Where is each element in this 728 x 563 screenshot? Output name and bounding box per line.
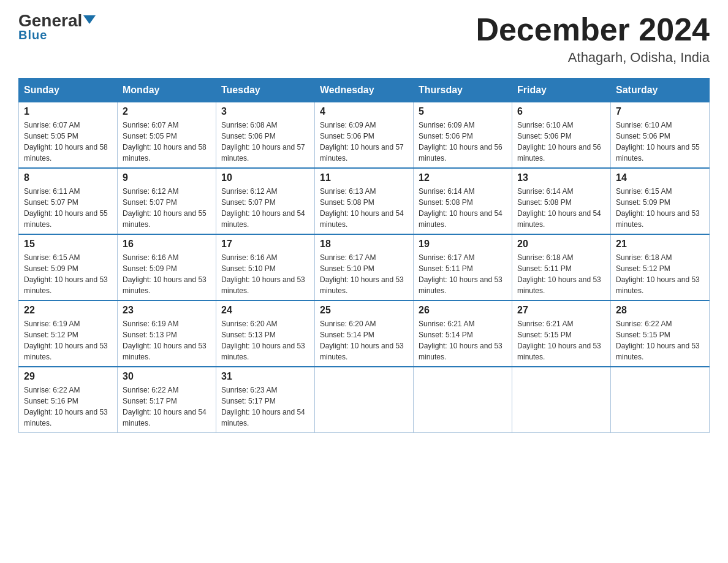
calendar-cell: 30 Sunrise: 6:22 AMSunset: 5:17 PMDaylig… [118,367,216,433]
day-info: Sunrise: 6:16 AMSunset: 5:10 PMDaylight:… [221,253,305,295]
col-header-tuesday: Tuesday [216,79,315,102]
day-number: 28 [616,305,704,316]
day-info: Sunrise: 6:12 AMSunset: 5:07 PMDaylight:… [123,187,207,229]
day-number: 26 [419,305,507,316]
day-info: Sunrise: 6:14 AMSunset: 5:08 PMDaylight:… [419,187,502,229]
day-info: Sunrise: 6:09 AMSunset: 5:06 PMDaylight:… [419,121,502,163]
day-info: Sunrise: 6:17 AMSunset: 5:10 PMDaylight:… [320,253,404,295]
day-number: 8 [24,172,112,183]
month-title: December 2024 [476,12,710,47]
day-number: 31 [221,371,309,382]
calendar-cell: 24 Sunrise: 6:20 AMSunset: 5:13 PMDaylig… [216,301,315,367]
day-number: 10 [221,172,309,183]
col-header-monday: Monday [118,79,216,102]
day-info: Sunrise: 6:14 AMSunset: 5:08 PMDaylight:… [517,187,601,229]
calendar-week-row: 8 Sunrise: 6:11 AMSunset: 5:07 PMDayligh… [19,168,710,234]
day-number: 27 [517,305,605,316]
calendar-cell: 14 Sunrise: 6:15 AMSunset: 5:09 PMDaylig… [611,168,710,234]
day-number: 7 [616,106,704,117]
calendar-week-row: 22 Sunrise: 6:19 AMSunset: 5:12 PMDaylig… [19,301,710,367]
day-info: Sunrise: 6:15 AMSunset: 5:09 PMDaylight:… [616,187,700,229]
title-block: December 2024 Athagarh, Odisha, India [476,12,710,66]
day-info: Sunrise: 6:07 AMSunset: 5:05 PMDaylight:… [123,121,207,163]
day-info: Sunrise: 6:17 AMSunset: 5:11 PMDaylight:… [419,253,502,295]
day-number: 16 [123,239,211,250]
day-info: Sunrise: 6:16 AMSunset: 5:09 PMDaylight:… [123,253,207,295]
day-number: 24 [221,305,309,316]
calendar-cell: 7 Sunrise: 6:10 AMSunset: 5:06 PMDayligh… [611,102,710,169]
day-info: Sunrise: 6:19 AMSunset: 5:13 PMDaylight:… [123,320,207,361]
calendar-cell: 8 Sunrise: 6:11 AMSunset: 5:07 PMDayligh… [19,168,118,234]
day-number: 23 [123,305,211,316]
day-info: Sunrise: 6:18 AMSunset: 5:12 PMDaylight:… [616,253,700,295]
day-number: 12 [419,172,507,183]
day-number: 9 [123,172,211,183]
day-info: Sunrise: 6:08 AMSunset: 5:06 PMDaylight:… [221,121,305,163]
day-number: 25 [320,305,408,316]
calendar-week-row: 29 Sunrise: 6:22 AMSunset: 5:16 PMDaylig… [19,367,710,433]
day-info: Sunrise: 6:22 AMSunset: 5:16 PMDaylight:… [24,386,108,427]
day-number: 21 [616,239,704,250]
calendar-cell: 23 Sunrise: 6:19 AMSunset: 5:13 PMDaylig… [118,301,216,367]
calendar-cell: 2 Sunrise: 6:07 AMSunset: 5:05 PMDayligh… [118,102,216,169]
day-info: Sunrise: 6:11 AMSunset: 5:07 PMDaylight:… [24,187,108,229]
calendar-week-row: 15 Sunrise: 6:15 AMSunset: 5:09 PMDaylig… [19,234,710,301]
calendar-cell: 28 Sunrise: 6:22 AMSunset: 5:15 PMDaylig… [611,301,710,367]
calendar-cell: 13 Sunrise: 6:14 AMSunset: 5:08 PMDaylig… [512,168,611,234]
calendar-cell [414,367,512,433]
calendar-cell: 22 Sunrise: 6:19 AMSunset: 5:12 PMDaylig… [19,301,118,367]
col-header-thursday: Thursday [414,79,512,102]
logo-blue: Blue [18,28,47,42]
calendar-cell: 20 Sunrise: 6:18 AMSunset: 5:11 PMDaylig… [512,234,611,301]
calendar-cell [315,367,414,433]
calendar-cell: 1 Sunrise: 6:07 AMSunset: 5:05 PMDayligh… [19,102,118,169]
day-number: 6 [517,106,605,117]
day-number: 17 [221,239,309,250]
day-info: Sunrise: 6:20 AMSunset: 5:13 PMDaylight:… [221,320,305,361]
calendar-cell: 4 Sunrise: 6:09 AMSunset: 5:06 PMDayligh… [315,102,414,169]
day-info: Sunrise: 6:10 AMSunset: 5:06 PMDaylight:… [616,121,700,163]
calendar-cell: 26 Sunrise: 6:21 AMSunset: 5:14 PMDaylig… [414,301,512,367]
logo: General Blue [18,12,96,42]
calendar-week-row: 1 Sunrise: 6:07 AMSunset: 5:05 PMDayligh… [19,102,710,169]
day-number: 14 [616,172,704,183]
day-number: 15 [24,239,112,250]
calendar-cell: 12 Sunrise: 6:14 AMSunset: 5:08 PMDaylig… [414,168,512,234]
calendar-cell [512,367,611,433]
calendar-cell: 9 Sunrise: 6:12 AMSunset: 5:07 PMDayligh… [118,168,216,234]
col-header-wednesday: Wednesday [315,79,414,102]
calendar-cell: 5 Sunrise: 6:09 AMSunset: 5:06 PMDayligh… [414,102,512,169]
day-info: Sunrise: 6:15 AMSunset: 5:09 PMDaylight:… [24,253,108,295]
logo-general: General [18,12,96,29]
calendar-cell: 31 Sunrise: 6:23 AMSunset: 5:17 PMDaylig… [216,367,315,433]
calendar-cell: 6 Sunrise: 6:10 AMSunset: 5:06 PMDayligh… [512,102,611,169]
location: Athagarh, Odisha, India [476,50,710,66]
col-header-sunday: Sunday [19,79,118,102]
day-number: 2 [123,106,211,117]
day-number: 22 [24,305,112,316]
logo-triangle-icon [83,15,96,24]
day-number: 11 [320,172,408,183]
calendar-cell: 15 Sunrise: 6:15 AMSunset: 5:09 PMDaylig… [19,234,118,301]
day-number: 13 [517,172,605,183]
day-info: Sunrise: 6:10 AMSunset: 5:06 PMDaylight:… [517,121,601,163]
calendar-cell: 17 Sunrise: 6:16 AMSunset: 5:10 PMDaylig… [216,234,315,301]
day-info: Sunrise: 6:21 AMSunset: 5:15 PMDaylight:… [517,320,601,361]
calendar-header-row: SundayMondayTuesdayWednesdayThursdayFrid… [19,79,710,102]
day-number: 29 [24,371,112,382]
calendar-cell: 27 Sunrise: 6:21 AMSunset: 5:15 PMDaylig… [512,301,611,367]
calendar-cell: 18 Sunrise: 6:17 AMSunset: 5:10 PMDaylig… [315,234,414,301]
calendar-cell: 25 Sunrise: 6:20 AMSunset: 5:14 PMDaylig… [315,301,414,367]
day-info: Sunrise: 6:12 AMSunset: 5:07 PMDaylight:… [221,187,305,229]
calendar-cell: 19 Sunrise: 6:17 AMSunset: 5:11 PMDaylig… [414,234,512,301]
calendar-cell: 10 Sunrise: 6:12 AMSunset: 5:07 PMDaylig… [216,168,315,234]
day-info: Sunrise: 6:20 AMSunset: 5:14 PMDaylight:… [320,320,404,361]
day-number: 3 [221,106,309,117]
day-number: 1 [24,106,112,117]
day-number: 30 [123,371,211,382]
day-number: 20 [517,239,605,250]
page-header: General Blue December 2024 Athagarh, Odi… [18,12,710,66]
col-header-saturday: Saturday [611,79,710,102]
day-info: Sunrise: 6:07 AMSunset: 5:05 PMDaylight:… [24,121,108,163]
col-header-friday: Friday [512,79,611,102]
